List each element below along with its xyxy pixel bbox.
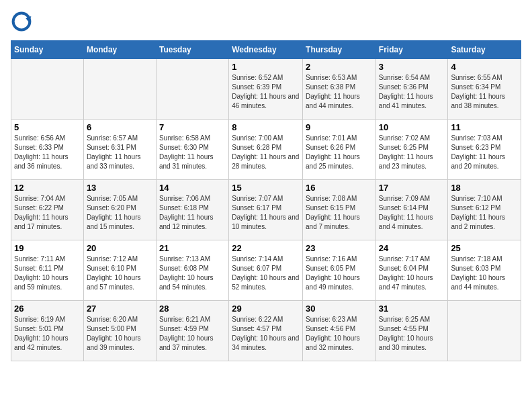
- day-cell: 5Sunrise: 6:56 AMSunset: 6:33 PMDaylight…: [11, 120, 84, 180]
- day-cell: 26Sunrise: 6:19 AMSunset: 5:01 PMDayligh…: [11, 301, 84, 361]
- day-info: Sunrise: 7:12 AMSunset: 6:10 PMDaylight:…: [87, 255, 153, 292]
- day-info: Sunrise: 6:55 AMSunset: 6:34 PMDaylight:…: [451, 73, 518, 111]
- day-info: Sunrise: 6:21 AMSunset: 4:59 PMDaylight:…: [159, 315, 226, 353]
- weekday-wednesday: Wednesday: [229, 41, 303, 59]
- weekday-tuesday: Tuesday: [156, 41, 228, 59]
- day-info: Sunrise: 7:11 AMSunset: 6:11 PMDaylight:…: [14, 255, 81, 292]
- day-cell: 17Sunrise: 7:09 AMSunset: 6:14 PMDayligh…: [375, 180, 448, 240]
- calendar-container: SundayMondayTuesdayWednesdayThursdayFrid…: [0, 0, 532, 372]
- day-info: Sunrise: 6:57 AMSunset: 6:31 PMDaylight:…: [87, 134, 153, 171]
- day-info: Sunrise: 7:14 AMSunset: 6:07 PMDaylight:…: [232, 255, 300, 292]
- day-cell: 15Sunrise: 7:07 AMSunset: 6:17 PMDayligh…: [229, 180, 303, 240]
- day-info: Sunrise: 7:01 AMSunset: 6:26 PMDaylight:…: [306, 134, 373, 171]
- day-cell: 21Sunrise: 7:13 AMSunset: 6:08 PMDayligh…: [156, 240, 228, 301]
- day-cell: [448, 301, 521, 361]
- day-info: Sunrise: 7:05 AMSunset: 6:20 PMDaylight:…: [87, 194, 153, 232]
- day-number: 24: [379, 243, 445, 253]
- day-number: 4: [451, 62, 518, 72]
- day-cell: 25Sunrise: 7:18 AMSunset: 6:03 PMDayligh…: [448, 240, 521, 301]
- day-cell: 29Sunrise: 6:22 AMSunset: 4:57 PMDayligh…: [229, 301, 303, 361]
- day-info: Sunrise: 7:02 AMSunset: 6:25 PMDaylight:…: [379, 134, 445, 171]
- day-info: Sunrise: 6:20 AMSunset: 5:00 PMDaylight:…: [87, 315, 153, 353]
- day-number: 19: [14, 243, 81, 253]
- day-info: Sunrise: 7:09 AMSunset: 6:14 PMDaylight:…: [379, 194, 445, 232]
- day-number: 1: [232, 62, 300, 72]
- day-cell: 4Sunrise: 6:55 AMSunset: 6:34 PMDaylight…: [448, 59, 521, 120]
- day-info: Sunrise: 7:10 AMSunset: 6:12 PMDaylight:…: [451, 194, 518, 232]
- day-number: 5: [14, 122, 81, 132]
- day-number: 12: [14, 183, 81, 193]
- day-number: 22: [232, 243, 300, 253]
- day-info: Sunrise: 7:03 AMSunset: 6:23 PMDaylight:…: [451, 134, 518, 171]
- day-number: 6: [87, 122, 153, 132]
- day-info: Sunrise: 7:00 AMSunset: 6:28 PMDaylight:…: [232, 134, 300, 171]
- day-cell: 7Sunrise: 6:58 AMSunset: 6:30 PMDaylight…: [156, 120, 228, 180]
- day-cell: 24Sunrise: 7:17 AMSunset: 6:04 PMDayligh…: [375, 240, 448, 301]
- day-number: 21: [159, 243, 226, 253]
- day-number: 9: [306, 122, 373, 132]
- day-info: Sunrise: 7:06 AMSunset: 6:18 PMDaylight:…: [159, 194, 226, 232]
- day-cell: 8Sunrise: 7:00 AMSunset: 6:28 PMDaylight…: [229, 120, 303, 180]
- day-cell: 11Sunrise: 7:03 AMSunset: 6:23 PMDayligh…: [448, 120, 521, 180]
- week-row-3: 12Sunrise: 7:04 AMSunset: 6:22 PMDayligh…: [11, 180, 521, 240]
- day-number: 20: [87, 243, 153, 253]
- day-number: 8: [232, 122, 300, 132]
- weekday-sunday: Sunday: [11, 41, 84, 59]
- day-cell: 3Sunrise: 6:54 AMSunset: 6:36 PMDaylight…: [375, 59, 448, 120]
- week-row-1: 1Sunrise: 6:52 AMSunset: 6:39 PMDaylight…: [11, 59, 521, 120]
- day-cell: 6Sunrise: 6:57 AMSunset: 6:31 PMDaylight…: [83, 120, 156, 180]
- day-info: Sunrise: 6:52 AMSunset: 6:39 PMDaylight:…: [232, 73, 300, 111]
- day-number: 3: [379, 62, 445, 72]
- calendar-table: SundayMondayTuesdayWednesdayThursdayFrid…: [11, 40, 521, 361]
- day-number: 26: [14, 304, 81, 314]
- weekday-header-row: SundayMondayTuesdayWednesdayThursdayFrid…: [11, 41, 521, 59]
- day-info: Sunrise: 7:08 AMSunset: 6:15 PMDaylight:…: [306, 194, 373, 232]
- logo: [11, 11, 35, 32]
- day-number: 27: [87, 304, 153, 314]
- day-info: Sunrise: 6:54 AMSunset: 6:36 PMDaylight:…: [379, 73, 445, 111]
- day-info: Sunrise: 7:13 AMSunset: 6:08 PMDaylight:…: [159, 255, 226, 292]
- day-info: Sunrise: 6:53 AMSunset: 6:38 PMDaylight:…: [306, 73, 373, 111]
- calendar-body: 1Sunrise: 6:52 AMSunset: 6:39 PMDaylight…: [11, 59, 521, 361]
- day-info: Sunrise: 6:58 AMSunset: 6:30 PMDaylight:…: [159, 134, 226, 171]
- day-info: Sunrise: 7:04 AMSunset: 6:22 PMDaylight:…: [14, 194, 81, 232]
- day-number: 28: [159, 304, 226, 314]
- day-cell: 13Sunrise: 7:05 AMSunset: 6:20 PMDayligh…: [83, 180, 156, 240]
- day-info: Sunrise: 6:56 AMSunset: 6:33 PMDaylight:…: [14, 134, 81, 171]
- day-cell: 27Sunrise: 6:20 AMSunset: 5:00 PMDayligh…: [83, 301, 156, 361]
- day-cell: 14Sunrise: 7:06 AMSunset: 6:18 PMDayligh…: [156, 180, 228, 240]
- day-cell: 22Sunrise: 7:14 AMSunset: 6:07 PMDayligh…: [229, 240, 303, 301]
- weekday-friday: Friday: [375, 41, 448, 59]
- logo-icon: [11, 11, 32, 32]
- week-row-5: 26Sunrise: 6:19 AMSunset: 5:01 PMDayligh…: [11, 301, 521, 361]
- weekday-thursday: Thursday: [303, 41, 376, 59]
- day-number: 7: [159, 122, 226, 132]
- day-info: Sunrise: 7:17 AMSunset: 6:04 PMDaylight:…: [379, 255, 445, 292]
- day-cell: 23Sunrise: 7:16 AMSunset: 6:05 PMDayligh…: [303, 240, 376, 301]
- day-info: Sunrise: 6:22 AMSunset: 4:57 PMDaylight:…: [232, 315, 300, 353]
- day-cell: 28Sunrise: 6:21 AMSunset: 4:59 PMDayligh…: [156, 301, 228, 361]
- day-number: 15: [232, 183, 300, 193]
- day-number: 10: [379, 122, 445, 132]
- day-cell: 12Sunrise: 7:04 AMSunset: 6:22 PMDayligh…: [11, 180, 84, 240]
- weekday-monday: Monday: [83, 41, 156, 59]
- day-number: 2: [306, 62, 373, 72]
- day-cell: 16Sunrise: 7:08 AMSunset: 6:15 PMDayligh…: [303, 180, 376, 240]
- day-cell: [83, 59, 156, 120]
- week-row-2: 5Sunrise: 6:56 AMSunset: 6:33 PMDaylight…: [11, 120, 521, 180]
- header: [11, 11, 521, 32]
- day-number: 23: [306, 243, 373, 253]
- week-row-4: 19Sunrise: 7:11 AMSunset: 6:11 PMDayligh…: [11, 240, 521, 301]
- day-cell: 10Sunrise: 7:02 AMSunset: 6:25 PMDayligh…: [375, 120, 448, 180]
- svg-point-1: [15, 15, 29, 29]
- day-number: 13: [87, 183, 153, 193]
- day-cell: 19Sunrise: 7:11 AMSunset: 6:11 PMDayligh…: [11, 240, 84, 301]
- day-cell: [156, 59, 228, 120]
- day-cell: 2Sunrise: 6:53 AMSunset: 6:38 PMDaylight…: [303, 59, 376, 120]
- day-number: 25: [451, 243, 518, 253]
- day-cell: 9Sunrise: 7:01 AMSunset: 6:26 PMDaylight…: [303, 120, 376, 180]
- day-number: 17: [379, 183, 445, 193]
- day-number: 16: [306, 183, 373, 193]
- day-cell: 1Sunrise: 6:52 AMSunset: 6:39 PMDaylight…: [229, 59, 303, 120]
- day-number: 30: [306, 304, 373, 314]
